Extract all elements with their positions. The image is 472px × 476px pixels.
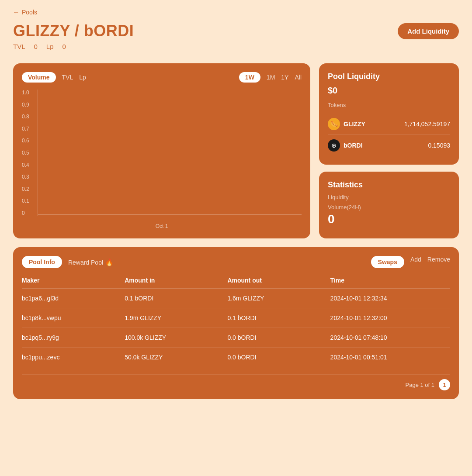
y-label-01: 0.1 (22, 198, 29, 204)
y-label-04: 0.4 (22, 162, 29, 168)
chart-tab-tvl[interactable]: TVL (62, 74, 73, 81)
cell-time-0: 2024-10-01 12:32:34 (330, 295, 450, 302)
chart-tabs: Volume TVL Lp 1W 1M 1Y All (22, 72, 302, 83)
y-label-03: 0.3 (22, 174, 29, 180)
volume-stat-value: 0 (328, 212, 450, 226)
chart-x-label: Oct 1 (156, 223, 168, 229)
token-row-bordi: ⊕ bORDI 0.15093 (328, 135, 450, 156)
token-left-glizzy: 🌭 GLIZZY (328, 118, 365, 130)
time-tab-all[interactable]: All (295, 74, 302, 81)
token-row-glizzy: 🌭 GLIZZY 1,714,052.59197 (328, 114, 450, 135)
right-panel: Pool Liquidity $0 Tokens 🌭 GLIZZY 1,714,… (319, 63, 459, 238)
right-tabs: Swaps Add Remove (371, 256, 450, 268)
cell-amount-in-3: 50.0k GLIZZY (125, 354, 227, 361)
table-row: bc1pq5...ry9g 100.0k GLIZZY 0.0 bORDI 20… (22, 328, 450, 348)
table-row: bc1p8k...vwpu 1.9m GLIZZY 0.1 bORDI 2024… (22, 308, 450, 328)
reward-pool-label: Reward Pool (68, 259, 103, 266)
table-header: Maker Amount in Amount out Time (22, 277, 450, 289)
main-content: Volume TVL Lp 1W 1M 1Y All 1.0 0.9 0.8 0… (13, 63, 459, 238)
page-header: GLIZZY / bORDI Add Liquidity (13, 22, 459, 40)
lp-label: Lp (46, 43, 54, 50)
col-maker: Maker (22, 277, 125, 284)
liquidity-stat-label: Liquidity (328, 194, 450, 200)
volume-stat-row: Volume(24H) 0 (328, 204, 450, 226)
col-amount-in: Amount in (125, 277, 227, 284)
chart-tab-lp[interactable]: Lp (79, 74, 86, 81)
cell-amount-out-1: 0.1 bORDI (227, 314, 330, 321)
glizzy-amount: 1,714,052.59197 (404, 121, 450, 128)
tab-remove[interactable]: Remove (427, 256, 450, 268)
bordi-name: bORDI (344, 142, 363, 149)
cell-amount-in-1: 1.9m GLIZZY (125, 314, 227, 321)
col-amount-out: Amount out (227, 277, 330, 284)
y-label-05: 0.5 (22, 150, 29, 156)
tvl-value: 0 (34, 43, 38, 50)
pool-liquidity-card: Pool Liquidity $0 Tokens 🌭 GLIZZY 1,714,… (319, 63, 459, 165)
y-label-0: 0 (22, 210, 29, 216)
cell-amount-out-0: 1.6m GLIZZY (227, 295, 330, 302)
pagination-current[interactable]: 1 (439, 379, 450, 390)
table-row: bc1ppu...zevc 50.0k GLIZZY 0.0 bORDI 202… (22, 348, 450, 367)
tab-reward-pool[interactable]: Reward Pool 🔥 (68, 258, 114, 266)
y-label-07: 0.7 (22, 126, 29, 132)
back-arrow-icon: ← (13, 9, 19, 16)
back-label: Pools (22, 9, 37, 16)
y-label-09: 0.9 (22, 102, 29, 108)
tab-swaps[interactable]: Swaps (371, 256, 404, 268)
pagination: Page 1 of 1 1 (22, 374, 450, 390)
glizzy-icon: 🌭 (328, 118, 340, 130)
chart-tab-volume[interactable]: Volume (22, 72, 56, 83)
add-liquidity-button[interactable]: Add Liquidity (398, 23, 459, 39)
cell-time-2: 2024-10-01 07:48:10 (330, 334, 450, 341)
y-label-06: 0.6 (22, 138, 29, 144)
table-row: bc1pa6...gl3d 0.1 bORDI 1.6m GLIZZY 2024… (22, 289, 450, 308)
pool-liquidity-amount: $0 (328, 86, 450, 96)
pool-liquidity-title: Pool Liquidity (328, 72, 450, 81)
time-tab-1w[interactable]: 1W (239, 72, 260, 83)
lp-value: 0 (62, 43, 66, 50)
time-tabs: 1W 1M 1Y All (239, 72, 302, 83)
pagination-label: Page 1 of 1 (406, 382, 435, 388)
tab-pool-info[interactable]: Pool Info (22, 256, 62, 268)
time-tab-1m[interactable]: 1M (267, 74, 275, 81)
back-link[interactable]: ← Pools (13, 9, 459, 16)
cell-amount-in-0: 0.1 bORDI (125, 295, 227, 302)
y-label-02: 0.2 (22, 186, 29, 192)
chart-card: Volume TVL Lp 1W 1M 1Y All 1.0 0.9 0.8 0… (13, 63, 310, 238)
statistics-title: Statistics (328, 180, 450, 190)
cell-amount-out-3: 0.0 bORDI (227, 354, 330, 361)
fire-icon: 🔥 (105, 259, 114, 266)
tokens-label: Tokens (328, 102, 450, 108)
glizzy-name: GLIZZY (344, 121, 365, 128)
statistics-card: Statistics Liquidity Volume(24H) 0 (319, 172, 459, 238)
cell-time-1: 2024-10-01 12:32:00 (330, 314, 450, 321)
cell-amount-out-2: 0.0 bORDI (227, 334, 330, 341)
cell-amount-in-2: 100.0k GLIZZY (125, 334, 227, 341)
cell-maker-2: bc1pq5...ry9g (22, 334, 125, 341)
y-label-08: 0.8 (22, 114, 29, 120)
time-tab-1y[interactable]: 1Y (281, 74, 288, 81)
bordi-icon: ⊕ (328, 139, 340, 152)
cell-maker-1: bc1p8k...vwpu (22, 314, 125, 321)
chart-area: 1.0 0.9 0.8 0.7 0.6 0.5 0.4 0.3 0.2 0.1 … (22, 90, 302, 229)
cell-maker-3: bc1ppu...zevc (22, 354, 125, 361)
tab-add[interactable]: Add (410, 256, 421, 268)
page-title: GLIZZY / bORDI (13, 22, 134, 40)
chart-svg (38, 90, 302, 216)
volume-stat-label: Volume(24H) (328, 204, 450, 210)
bottom-card: Pool Info Reward Pool 🔥 Swaps Add Remove… (13, 247, 459, 399)
bordi-amount: 0.15093 (428, 142, 450, 149)
y-label-1: 1.0 (22, 90, 29, 96)
tvl-label: TVL (13, 43, 25, 50)
token-left-bordi: ⊕ bORDI (328, 139, 363, 152)
chart-y-labels: 1.0 0.9 0.8 0.7 0.6 0.5 0.4 0.3 0.2 0.1 … (22, 90, 33, 216)
cell-maker-0: bc1pa6...gl3d (22, 295, 125, 302)
col-time: Time (330, 277, 450, 284)
chart-inner (38, 90, 302, 216)
cell-time-3: 2024-10-01 00:51:01 (330, 354, 450, 361)
liquidity-stat-row: Liquidity (328, 194, 450, 200)
bottom-tabs: Pool Info Reward Pool 🔥 Swaps Add Remove (22, 256, 450, 268)
metrics-row: TVL 0 Lp 0 (13, 43, 459, 50)
